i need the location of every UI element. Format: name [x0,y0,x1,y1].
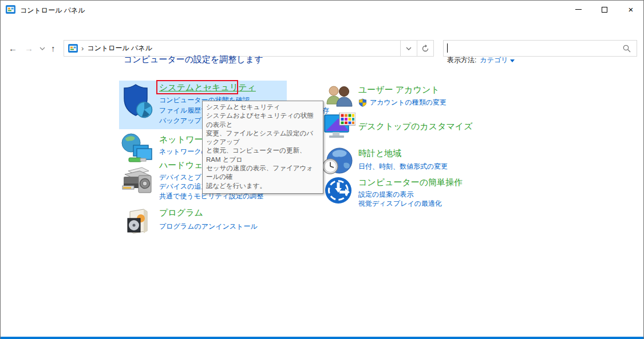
link-uninstall-program[interactable]: プログラムのアンインストール [159,222,258,232]
refresh-icon [421,45,429,53]
clock-region-icon [322,147,354,177]
breadcrumb-root[interactable]: コントロール パネル [87,43,152,53]
breadcrumb: › コントロール パネル [64,43,400,53]
navigation-bar: ← → ↑ › コントロール パネル [1,19,644,42]
breadcrumb-chevron-icon: › [81,44,84,53]
link-change-account-type-row[interactable]: アカウントの種類の変更 [358,98,447,107]
desktop-customization-icon [323,113,355,142]
red-annotation-box [156,80,238,94]
link-add-device[interactable]: デバイスの追加 [159,182,208,192]
user-accounts-icon [325,85,354,110]
close-button[interactable]: × [618,1,644,18]
close-icon: × [629,5,634,14]
chevron-down-icon [406,47,412,50]
recent-pages-chevron-icon[interactable] [39,47,45,50]
back-button[interactable]: ← [9,43,17,53]
up-button[interactable]: ↑ [51,43,56,53]
minimize-icon [575,9,582,10]
network-internet-icon [121,133,153,166]
system-security-tooltip: システムとセキュリティ システムおよびセキュリティの状態の表示と 変更、ファイル… [202,101,323,194]
maximize-button[interactable] [591,1,618,18]
control-panel-small-icon [68,44,78,53]
category-desktop-customization[interactable]: デスクトップのカスタマイズ [358,121,473,132]
link-change-date-time-format[interactable]: 日付、時刻、数値形式の変更 [358,162,448,172]
view-by-value: カテゴリ [480,55,508,65]
refresh-button[interactable] [417,41,433,56]
dropdown-arrow-icon [510,59,515,62]
forward-icon: → [25,43,33,53]
hardware-sound-icon [120,163,153,196]
control-panel-icon [6,5,15,14]
category-user-accounts[interactable]: ユーザー アカウント [358,85,440,95]
view-by-label: 表示方法: [447,55,476,65]
page-title: コンピューターの設定を調整します [124,54,263,65]
address-dropdown-button[interactable] [400,41,417,56]
uac-shield-icon [358,98,367,107]
search-input[interactable] [443,40,637,57]
ease-of-access-icon [325,177,352,204]
maximize-icon [602,7,607,13]
window-bottom-border [1,337,644,339]
category-clock-region[interactable]: 時計と地域 [358,148,401,159]
view-by-control: 表示方法: カテゴリ [447,55,515,65]
back-icon: ← [9,43,17,53]
control-panel-window: { "window": { "title": "コントロール パネル" }, "… [0,0,644,339]
system-security-icon [123,83,153,120]
forward-button[interactable]: → [25,43,33,53]
search-icon [623,45,631,53]
link-change-account-type: アカウントの種類の変更 [370,98,447,107]
category-programs[interactable]: プログラム [159,208,203,218]
minimize-button[interactable] [565,1,591,18]
title-bar: コントロール パネル × [1,1,644,19]
link-optimize-visual-display[interactable]: 視覚ディスプレイの最適化 [358,199,442,209]
link-suggested-settings[interactable]: 設定の提案の表示 [358,190,414,200]
view-by-dropdown[interactable]: カテゴリ [480,55,515,65]
up-icon: ↑ [51,43,56,53]
text-caret [447,43,448,53]
programs-icon [122,208,152,237]
category-ease-of-access[interactable]: コンピューターの簡単操作 [358,177,463,188]
window-title: コントロール パネル [20,6,85,15]
